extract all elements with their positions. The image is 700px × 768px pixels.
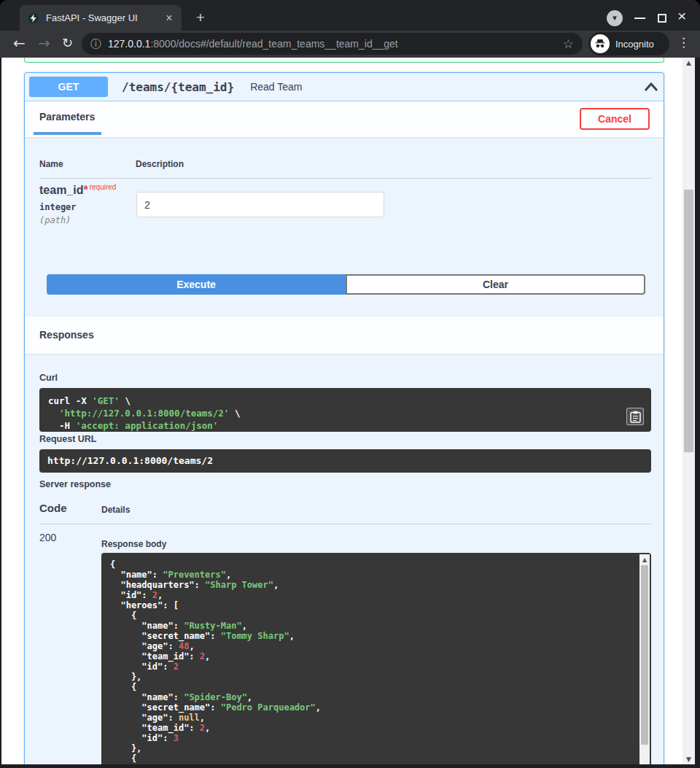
- required-label: required: [90, 183, 117, 191]
- code-column-header: Code: [39, 502, 67, 514]
- operation-path: /teams/{team_id}: [122, 80, 234, 94]
- tab-strip: FastAPI - Swagger UI × + ▾ ×: [0, 0, 700, 31]
- curl-command: curl -X 'GET' \ 'http://127.0.0.1:8000/t…: [39, 388, 651, 432]
- browser-window: FastAPI - Swagger UI × + ▾ × ← → ↻ ⓘ 127…: [0, 0, 700, 768]
- browser-tab[interactable]: FastAPI - Swagger UI ×: [20, 5, 182, 31]
- opblock-header[interactable]: GET /teams/{team_id} Read Team: [25, 73, 664, 101]
- clipboard-icon: [630, 411, 641, 423]
- fastapi-favicon-icon: [28, 12, 39, 24]
- clear-button[interactable]: Clear: [346, 274, 645, 295]
- param-name: team_id*required: [39, 183, 116, 197]
- bookmark-star-icon[interactable]: ☆: [563, 36, 574, 51]
- method-badge: GET: [29, 77, 108, 97]
- column-header-description: Description: [136, 159, 184, 169]
- column-header-name: Name: [39, 159, 63, 169]
- param-type: integer: [39, 202, 77, 212]
- tab-close-icon[interactable]: ×: [163, 12, 176, 24]
- page-info-icon[interactable]: ⓘ: [90, 37, 101, 51]
- parameters-section-header: Parameters Cancel: [25, 101, 664, 137]
- scroll-up-icon[interactable]: ▲: [639, 555, 650, 565]
- response-body: { "name": "Preventers", "headquarters": …: [101, 553, 651, 764]
- server-response-label: Server response: [39, 479, 111, 489]
- browser-menu-button[interactable]: ⋮: [677, 35, 690, 50]
- curl-label: Curl: [39, 373, 58, 383]
- tab-search-button[interactable]: ▾: [607, 10, 623, 26]
- incognito-badge: Incognito: [588, 32, 669, 55]
- incognito-label: Incognito: [615, 39, 654, 50]
- details-column-header: Details: [101, 505, 130, 515]
- tab-title: FastAPI - Swagger UI: [46, 12, 163, 23]
- request-url-value: http://127.0.0.1:8000/teams/2: [39, 449, 651, 473]
- responses-title: Responses: [39, 329, 94, 341]
- request-url-label: Request URL: [39, 434, 96, 444]
- team-id-input[interactable]: [136, 192, 384, 217]
- url-path: :8000/docs#/default/read_team_teams__tea…: [150, 38, 397, 50]
- status-code: 200: [39, 532, 56, 543]
- window-maximize-button[interactable]: [658, 14, 666, 23]
- address-bar[interactable]: ⓘ 127.0.0.1:8000/docs#/default/read_team…: [82, 33, 583, 55]
- response-body-label: Response body: [101, 539, 166, 549]
- reload-button[interactable]: ↻: [62, 35, 73, 51]
- operation-summary: Read Team: [250, 81, 302, 93]
- response-divider: [39, 524, 651, 524]
- cancel-button[interactable]: Cancel: [580, 108, 650, 130]
- response-body-scrollbar[interactable]: ▲: [639, 554, 650, 764]
- url-text: 127.0.0.1:8000/docs#/default/read_team_t…: [108, 38, 563, 50]
- collapse-chevron-icon[interactable]: [644, 80, 658, 93]
- new-tab-button[interactable]: +: [191, 8, 210, 27]
- back-button[interactable]: ←: [13, 35, 26, 51]
- page-scroll-down-icon[interactable]: ▼: [682, 756, 695, 763]
- page-content: GET /teams/{team_id} Read Team Parameter…: [1, 58, 695, 764]
- param-location: (path): [39, 215, 71, 225]
- incognito-icon: [591, 34, 610, 53]
- forward-button[interactable]: →: [38, 35, 50, 51]
- page-scrollbar-thumb[interactable]: [684, 190, 693, 452]
- page-scrollbar[interactable]: ▲ ▼: [682, 58, 695, 764]
- opblock-get-read-team: GET /teams/{team_id} Read Team Parameter…: [24, 72, 664, 764]
- window-minimize-button[interactable]: [634, 18, 645, 19]
- url-host: 127.0.0.1: [108, 38, 150, 50]
- table-divider: [39, 178, 651, 179]
- response-scrollbar-thumb[interactable]: [641, 565, 648, 745]
- window-close-button[interactable]: ×: [677, 8, 686, 23]
- required-star: *: [83, 184, 88, 196]
- page-scroll-up-icon[interactable]: ▲: [682, 59, 695, 66]
- parameters-tab-underline: [34, 132, 101, 135]
- previous-opblock-edge: [24, 58, 664, 63]
- parameters-title: Parameters: [39, 111, 95, 123]
- execute-button[interactable]: Execute: [47, 274, 346, 295]
- responses-section-header: Responses: [25, 317, 664, 354]
- copy-to-clipboard-button[interactable]: [626, 408, 644, 425]
